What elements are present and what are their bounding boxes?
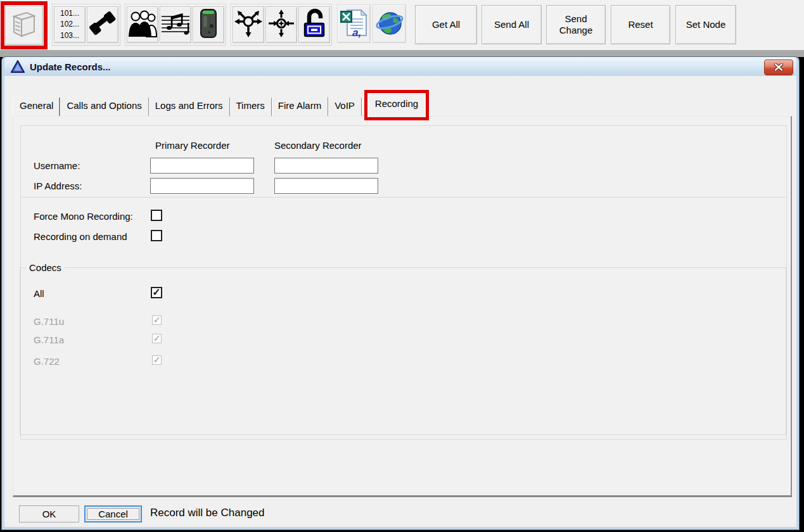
extension-list-button[interactable]: 101... 102... 103...	[54, 6, 86, 43]
codec-g722-checkbox	[152, 355, 162, 365]
codecs-legend: Codecs	[26, 262, 65, 273]
codec-g711a-label: G.711a	[34, 334, 64, 345]
username-primary-input[interactable]	[150, 158, 254, 174]
recorder-icon	[196, 8, 221, 41]
toolbar-group-extensions: 101... 102... 103...	[52, 4, 120, 46]
close-button[interactable]	[764, 60, 793, 75]
dialog-client-area: General Calls and Options Logs and Error…	[4, 76, 796, 527]
set-node-button[interactable]: Set Node	[675, 5, 736, 44]
phone-button[interactable]	[87, 6, 118, 43]
send-change-button[interactable]: Send Change	[546, 5, 606, 44]
tab-timers[interactable]: Timers	[230, 98, 272, 116]
server-icon	[10, 9, 38, 42]
app-triangle-icon	[11, 60, 25, 73]
ok-button[interactable]: OK	[19, 505, 79, 522]
codec-g711u-checkbox	[152, 315, 162, 325]
get-all-button[interactable]: Get All	[415, 5, 477, 44]
server-button[interactable]	[5, 6, 43, 45]
secondary-recorder-header: Secondary Recorder	[274, 140, 362, 151]
broadcast-button[interactable]	[233, 6, 264, 43]
set-node-label: Set Node	[686, 19, 726, 30]
username-label: Username:	[34, 160, 80, 171]
tab-recording[interactable]: Recording	[367, 92, 426, 117]
force-mono-checkbox[interactable]	[151, 210, 162, 221]
lock-button[interactable]	[298, 6, 330, 43]
globe-button[interactable]	[373, 4, 406, 43]
tab-logs-and-errors[interactable]: Logs and Errors	[149, 98, 230, 116]
force-mono-label: Force Mono Recording:	[34, 211, 133, 222]
tab-recording-label: Recording	[375, 98, 418, 109]
codec-g711u-label: G.711u	[34, 316, 64, 327]
primary-recorder-header: Primary Recorder	[155, 140, 230, 151]
tab-calls-and-options[interactable]: Calls and Options	[60, 98, 148, 116]
update-records-dialog: Update Records... General Calls and Opti…	[2, 57, 799, 529]
excel-export-icon: a,	[340, 8, 369, 41]
lock-icon	[302, 8, 327, 41]
recording-tab-page: Primary Recorder Secondary Recorder User…	[13, 116, 792, 497]
codec-g711a-checkbox	[152, 334, 162, 343]
server-button-annotation-wrap	[1, 1, 48, 49]
codec-all-checkbox[interactable]	[151, 287, 162, 298]
reset-label: Reset	[628, 19, 653, 30]
status-message: Record will be Changed	[150, 507, 265, 519]
ip-address-secondary-input[interactable]	[274, 178, 378, 194]
tab-general[interactable]: General	[13, 98, 60, 116]
codecs-group: Codecs All G.711u G.711a G.722	[20, 262, 786, 435]
close-icon	[774, 62, 783, 73]
svg-text:a,: a,	[352, 27, 361, 38]
ip-address-label: IP Address:	[34, 180, 82, 191]
contacts-icon	[127, 9, 158, 41]
music-button[interactable]	[160, 6, 191, 43]
tab-fire-alarm[interactable]: Fire Alarm	[272, 98, 328, 116]
tab-voip[interactable]: VoIP	[328, 98, 362, 116]
codec-g722-label: G.722	[34, 356, 60, 367]
recording-on-demand-label: Recording on demand	[34, 231, 127, 242]
globe-icon	[374, 8, 405, 41]
dialog-title: Update Records...	[30, 61, 111, 72]
toolbar-group-media	[125, 4, 226, 46]
excel-export-button[interactable]: a,	[337, 4, 371, 43]
recording-on-demand-checkbox[interactable]	[151, 230, 162, 241]
reset-button[interactable]: Reset	[611, 5, 670, 44]
window-background-band	[0, 50, 804, 57]
toolbar-group-network	[231, 4, 332, 46]
dialog-titlebar[interactable]: Update Records...	[4, 57, 796, 76]
codec-all-label: All	[34, 288, 44, 299]
get-all-label: Get All	[432, 19, 460, 30]
tab-strip: General Calls and Options Logs and Error…	[13, 93, 426, 116]
contacts-button[interactable]	[127, 6, 158, 43]
music-icon	[160, 9, 191, 41]
main-toolbar: 101... 102... 103...	[0, 0, 804, 50]
cancel-button[interactable]: Cancel	[84, 505, 142, 522]
username-secondary-input[interactable]	[274, 158, 378, 174]
send-change-label: Send Change	[556, 13, 596, 36]
phone-icon	[88, 8, 117, 41]
extension-list-icon: 101... 102... 103...	[60, 8, 79, 41]
send-all-button[interactable]: Send All	[482, 5, 542, 44]
send-all-label: Send All	[494, 19, 529, 30]
ip-address-primary-input[interactable]	[150, 178, 254, 194]
multicast-button[interactable]	[265, 6, 297, 43]
section-divider	[21, 197, 786, 198]
broadcast-arrows-icon	[233, 8, 264, 41]
multicast-target-icon	[266, 8, 297, 41]
recorder-button[interactable]	[193, 6, 224, 43]
